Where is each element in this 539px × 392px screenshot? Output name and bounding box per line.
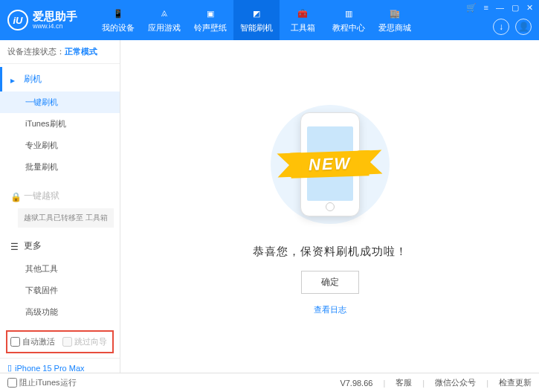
sidebar-item-pro[interactable]: 专业刷机	[0, 135, 120, 156]
cart-icon[interactable]: 🛒	[466, 3, 477, 13]
wallpaper-icon: ▣	[204, 7, 217, 20]
nav-store[interactable]: 🏬爱思商城	[372, 0, 418, 40]
sidebar-header-jailbreak[interactable]: 🔒 一键越狱	[0, 184, 120, 208]
device-info: ▯ iPhone 15 Pro Max 512GB iPhone	[0, 358, 120, 373]
ok-button[interactable]: 确定	[301, 271, 359, 294]
store-icon: 🏬	[388, 7, 401, 20]
flash-small-icon: ▸	[10, 75, 19, 84]
logo-area: iU 爱思助手 www.i4.cn	[7, 10, 77, 30]
nav-toolbox[interactable]: 🧰工具箱	[280, 0, 326, 40]
footer-support[interactable]: 客服	[396, 377, 412, 388]
checkbox-skip-setup[interactable]: 跳过向导	[62, 336, 107, 347]
sidebar-item-batch[interactable]: 批量刷机	[0, 156, 120, 178]
top-nav: 📱我的设备 ⩓应用游戏 ▣铃声壁纸 ◩智能刷机 🧰工具箱 ▥教程中心 🏬爱思商城	[95, 0, 418, 40]
lock-icon: 🔒	[10, 192, 19, 201]
main-content: NEW 恭喜您，保资料刷机成功啦！ 确定 查看日志	[120, 40, 539, 373]
sidebar-item-advanced[interactable]: 高级功能	[0, 301, 120, 323]
logo-icon: iU	[7, 10, 28, 30]
sidebar-item-othertools[interactable]: 其他工具	[0, 258, 120, 280]
checkbox-auto-activate[interactable]: 自动激活	[10, 336, 55, 347]
window-controls: 🛒 ≡ — ▢ ✕	[466, 3, 533, 13]
jailbreak-notice: 越狱工具已转移至 工具箱	[18, 208, 114, 228]
view-log-link[interactable]: 查看日志	[314, 304, 346, 315]
new-ribbon: NEW	[290, 150, 369, 179]
success-illustration: NEW	[248, 97, 412, 231]
sidebar-header-flash[interactable]: ▸ 刷机	[0, 67, 120, 91]
list-icon: ☰	[10, 242, 19, 251]
nav-tutorials[interactable]: ▥教程中心	[326, 0, 372, 40]
download-button[interactable]: ↓	[493, 19, 509, 35]
flash-icon: ◩	[250, 7, 263, 20]
footer-wechat[interactable]: 微信公众号	[435, 377, 476, 388]
apps-icon: ⩓	[158, 7, 171, 20]
footer-update[interactable]: 检查更新	[499, 377, 532, 388]
phone-icon: 📱	[112, 7, 125, 20]
nav-my-device[interactable]: 📱我的设备	[95, 0, 141, 40]
footer: 阻止iTunes运行 V7.98.66 | 客服 | 微信公众号 | 检查更新	[0, 373, 539, 392]
maximize-icon[interactable]: ▢	[511, 3, 519, 13]
sidebar-item-oneclick[interactable]: 一键刷机	[0, 91, 120, 113]
success-message: 恭喜您，保资料刷机成功啦！	[253, 245, 407, 259]
nav-apps[interactable]: ⩓应用游戏	[141, 0, 187, 40]
brand-name: 爱思助手	[33, 10, 77, 23]
version-label: V7.98.66	[340, 379, 372, 388]
device-name[interactable]: ▯ iPhone 15 Pro Max	[7, 363, 112, 373]
sidebar: 设备连接状态：正常模式 ▸ 刷机 一键刷机 iTunes刷机 专业刷机 批量刷机…	[0, 40, 120, 373]
nav-flash[interactable]: ◩智能刷机	[233, 0, 280, 40]
nav-ringtones[interactable]: ▣铃声壁纸	[187, 0, 233, 40]
close-icon[interactable]: ✕	[526, 3, 533, 13]
app-header: iU 爱思助手 www.i4.cn 📱我的设备 ⩓应用游戏 ▣铃声壁纸 ◩智能刷…	[0, 0, 539, 40]
sidebar-item-itunes[interactable]: iTunes刷机	[0, 113, 120, 135]
brand-url: www.i4.cn	[33, 22, 77, 30]
minimize-icon[interactable]: —	[496, 3, 504, 13]
device-phone-icon: ▯	[7, 363, 12, 373]
checkbox-block-itunes[interactable]: 阻止iTunes运行	[7, 377, 77, 388]
sidebar-item-download-fw[interactable]: 下载固件	[0, 280, 120, 301]
options-highlight-box: 自动激活 跳过向导	[6, 330, 114, 353]
user-button[interactable]: 👤	[515, 19, 532, 35]
device-status: 设备连接状态：正常模式	[0, 40, 120, 64]
toolbox-icon: 🧰	[296, 7, 309, 20]
tutorial-icon: ▥	[342, 7, 355, 20]
menu-icon[interactable]: ≡	[484, 3, 488, 13]
sidebar-header-more[interactable]: ☰ 更多	[0, 234, 120, 258]
